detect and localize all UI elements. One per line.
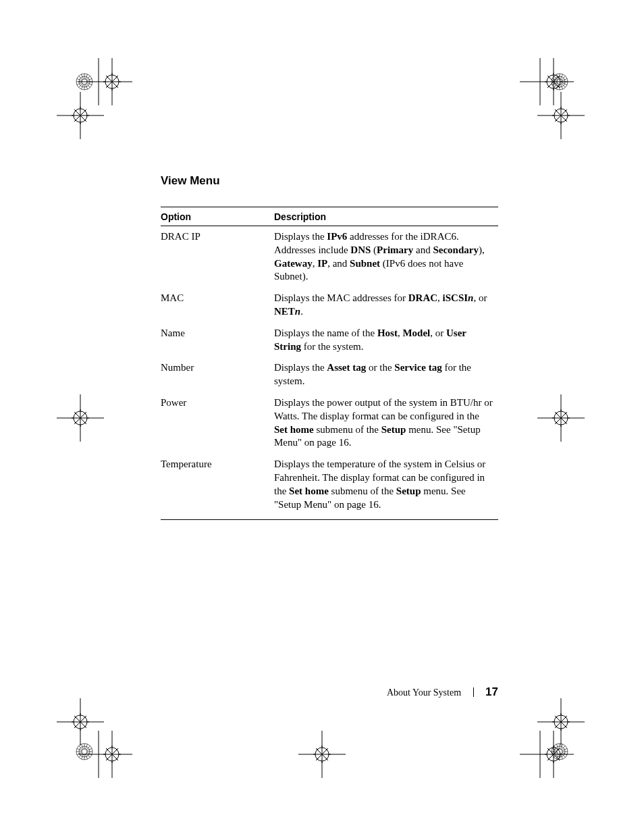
svg-line-154	[561, 744, 563, 749]
svg-line-91	[77, 83, 82, 85]
svg-line-50	[555, 716, 567, 728]
svg-line-97	[86, 74, 88, 79]
svg-point-40	[105, 748, 119, 761]
svg-line-133	[81, 744, 83, 749]
svg-line-144	[561, 754, 563, 759]
option-cell: DRAC IP	[161, 226, 274, 288]
crop-mark-icon	[57, 394, 104, 442]
svg-line-99	[87, 78, 92, 80]
svg-line-105	[562, 84, 566, 88]
svg-line-104	[562, 83, 567, 85]
svg-line-85	[87, 83, 92, 85]
svg-line-6	[106, 76, 118, 88]
svg-line-124	[86, 754, 90, 758]
option-cell: Number	[161, 357, 274, 392]
crop-mark-icon	[506, 58, 587, 105]
page-footer: About Your System 17	[0, 685, 498, 699]
svg-line-79	[555, 412, 567, 424]
svg-point-102	[557, 79, 562, 84]
crop-mark-icon	[506, 731, 587, 778]
svg-line-90	[79, 84, 83, 88]
svg-line-150	[552, 748, 557, 750]
page-root: View Menu Option Description DRAC IPDisp…	[0, 0, 644, 834]
svg-point-76	[554, 411, 568, 425]
svg-line-156	[562, 748, 567, 750]
svg-line-108	[556, 84, 558, 89]
svg-line-51	[555, 716, 567, 728]
svg-line-93	[77, 78, 82, 80]
svg-line-152	[556, 744, 558, 749]
svg-line-129	[77, 753, 82, 755]
table-row: PowerDisplays the power output of the sy…	[161, 392, 498, 454]
registration-rosette-icon	[551, 743, 568, 760]
svg-line-29	[555, 109, 567, 122]
svg-line-131	[77, 748, 82, 750]
svg-line-136	[86, 746, 90, 750]
view-menu-table: Option Description DRAC IPDisplays the I…	[161, 207, 498, 520]
svg-line-148	[552, 753, 557, 755]
svg-point-121	[82, 749, 87, 754]
svg-line-94	[79, 76, 83, 80]
svg-line-73	[74, 412, 86, 424]
content-area: View Menu Option Description DRAC IPDisp…	[161, 174, 498, 520]
svg-line-118	[562, 78, 567, 80]
table-row: TemperatureDisplays the temperature of t…	[161, 454, 498, 520]
crop-mark-icon	[537, 698, 585, 746]
svg-line-123	[87, 753, 92, 755]
svg-line-113	[554, 76, 558, 80]
svg-line-151	[554, 746, 558, 750]
svg-point-10	[74, 109, 87, 122]
table-row: DRAC IPDisplays the IPv6 addresses for t…	[161, 226, 498, 288]
option-cell: Temperature	[161, 454, 274, 520]
svg-point-69	[74, 411, 87, 425]
svg-point-3	[105, 75, 119, 88]
table-row: MACDisplays the MAC addresses for DRAC, …	[161, 288, 498, 323]
table-row: NameDisplays the name of the Host, Model…	[161, 323, 498, 358]
svg-line-143	[562, 754, 566, 758]
option-cell: MAC	[161, 288, 274, 323]
svg-line-44	[106, 748, 118, 760]
svg-line-106	[561, 84, 563, 89]
svg-line-72	[74, 412, 86, 424]
svg-line-132	[79, 746, 83, 750]
svg-line-109	[554, 84, 558, 88]
description-cell: Displays the power output of the system …	[274, 392, 498, 454]
description-cell: Displays the IPv6 addresses for the iDRA…	[274, 226, 498, 288]
svg-line-28	[555, 109, 567, 122]
description-cell: Displays the Asset tag or the Service ta…	[274, 357, 498, 392]
svg-line-155	[562, 746, 566, 750]
svg-line-127	[81, 754, 83, 759]
svg-line-128	[79, 754, 83, 758]
svg-point-25	[554, 109, 568, 122]
svg-line-142	[562, 753, 567, 755]
table-header-row: Option Description	[161, 207, 498, 226]
svg-point-32	[74, 715, 87, 729]
section-title: View Menu	[161, 174, 498, 188]
crop-mark-icon	[298, 731, 346, 778]
svg-line-147	[554, 754, 558, 758]
option-cell: Power	[161, 392, 274, 454]
svg-line-135	[86, 744, 88, 749]
svg-line-114	[556, 74, 558, 79]
description-cell: Displays the temperature of the system i…	[274, 454, 498, 520]
page-number: 17	[485, 685, 498, 698]
svg-line-66	[316, 748, 328, 760]
svg-point-83	[82, 79, 87, 84]
svg-line-7	[106, 76, 118, 88]
svg-line-137	[87, 748, 92, 750]
svg-line-89	[81, 84, 83, 89]
svg-point-62	[315, 748, 329, 761]
svg-line-14	[74, 109, 86, 122]
svg-line-98	[86, 76, 90, 80]
svg-point-140	[557, 749, 562, 754]
description-cell: Displays the name of the Host, Model, or…	[274, 323, 498, 358]
crop-mark-icon	[537, 92, 585, 139]
svg-line-86	[86, 84, 90, 88]
registration-rosette-icon	[551, 73, 568, 90]
crop-mark-icon	[57, 92, 104, 139]
crop-mark-icon	[57, 698, 104, 746]
svg-line-43	[106, 748, 118, 760]
svg-line-146	[556, 754, 558, 759]
svg-line-13	[74, 109, 86, 122]
registration-rosette-icon	[76, 743, 93, 760]
